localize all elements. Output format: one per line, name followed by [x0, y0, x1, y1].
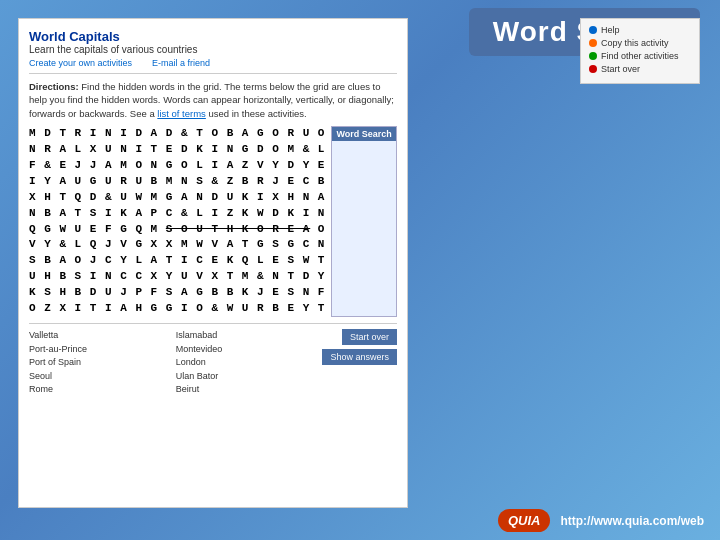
grid-row-1: N R A L X U N I T E D K I N G D O M & L: [29, 142, 325, 158]
clue-item: Seoul: [29, 370, 166, 384]
grid-row-8: S B A O J C Y L A T I C E K Q L E S W T: [29, 253, 325, 269]
create-activities-link[interactable]: Create your own activities: [29, 58, 132, 68]
mini-panel-item[interactable]: Start over: [589, 64, 691, 74]
clue-item: London: [176, 356, 313, 370]
mini-panel-item[interactable]: Help: [589, 25, 691, 35]
show-answers-button[interactable]: Show answers: [322, 349, 397, 365]
mini-panel-item[interactable]: Copy this activity: [589, 38, 691, 48]
grid-row-5: N B A T S I K A P C & L I Z K W D K I N: [29, 206, 325, 222]
grid-row-0: M D T R I N I D A D & T O B A G O R U O: [29, 126, 325, 142]
grid-row-3: I Y A U G U R U B M N S & Z B R J E C B: [29, 174, 325, 190]
word-grid: M D T R I N I D A D & T O B A G O R U ON…: [29, 126, 325, 317]
main-card: World Capitals Learn the capitals of var…: [18, 18, 408, 508]
clue-item: Port-au-Prince: [29, 343, 166, 357]
mini-panel-item[interactable]: Find other activities: [589, 51, 691, 61]
directions: Directions: Find the hidden words in the…: [29, 80, 397, 120]
grid-row-11: O Z X I T I A H G G I O & W U R B E Y T: [29, 301, 325, 317]
ws-label-panel: Word Search: [331, 126, 396, 317]
list-of-terms-link[interactable]: list of terms: [157, 108, 206, 119]
card-header: World Capitals Learn the capitals of var…: [29, 29, 397, 74]
ws-panel-title: Word Search: [332, 127, 395, 141]
clues-right: IslamabadMontevideoLondonUlan BatorBeiru…: [176, 329, 313, 397]
clue-item: Valletta: [29, 329, 166, 343]
clue-item: Ulan Bator: [176, 370, 313, 384]
clue-item: Port of Spain: [29, 356, 166, 370]
clues-left: VallettaPort-au-PrincePort of SpainSeoul…: [29, 329, 166, 397]
quia-badge: QUIA: [498, 509, 551, 532]
clue-item: Rome: [29, 383, 166, 397]
clues-buttons: Start over Show answers: [322, 329, 397, 397]
quia-url: http://www.quia.com/web: [560, 514, 704, 528]
bottom-bar: QUIA http://www.quia.com/web: [482, 501, 720, 540]
card-actions: Create your own activities E-mail a frie…: [29, 58, 397, 68]
grid-row-4: X H T Q D & U W M G A N D U K I X H N A: [29, 190, 325, 206]
grid-row-10: K S H B D U J P F S A G B B K J E S N F: [29, 285, 325, 301]
card-title: World Capitals: [29, 29, 397, 44]
card-divider: [29, 73, 397, 74]
clue-item: Montevideo: [176, 343, 313, 357]
grid-row-6: Q G W U E F G Q M S O U T H K O R E A O: [29, 222, 325, 238]
grid-row-9: U H B S I N C C X Y U V X T M & N T D Y: [29, 269, 325, 285]
grid-row-7: V Y & L Q J V G X X M W V A T G S G C N: [29, 237, 325, 253]
clue-item: Islamabad: [176, 329, 313, 343]
start-over-button[interactable]: Start over: [342, 329, 397, 345]
mini-panel: HelpCopy this activityFind other activit…: [580, 18, 700, 84]
email-friend-link[interactable]: E-mail a friend: [152, 58, 210, 68]
card-subtitle: Learn the capitals of various countries: [29, 44, 397, 55]
grid-row-2: F & E J J A M O N G O L I A Z V Y D Y E: [29, 158, 325, 174]
word-grid-container: M D T R I N I D A D & T O B A G O R U ON…: [29, 126, 397, 317]
clue-item: Beirut: [176, 383, 313, 397]
clues-section: VallettaPort-au-PrincePort of SpainSeoul…: [29, 323, 397, 397]
